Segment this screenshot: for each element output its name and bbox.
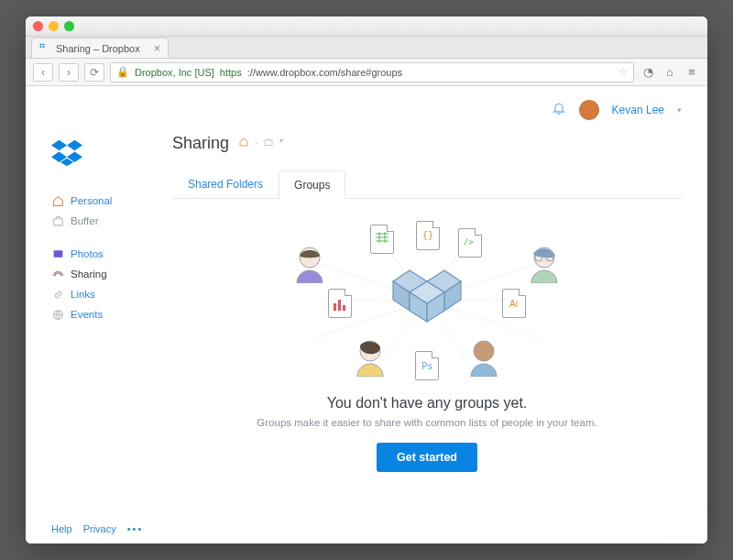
- sidebar-label: Buffer: [71, 215, 98, 226]
- close-window-button[interactable]: [33, 21, 43, 31]
- sidebar-item-links[interactable]: Links: [51, 284, 161, 304]
- url-org: Dropbox, Inc [US]: [135, 67, 214, 78]
- empty-subtext: Groups make it easier to share with comm…: [172, 417, 682, 428]
- browser-tabstrip: Sharing – Dropbox ×: [26, 37, 707, 59]
- sidebar-item-photos[interactable]: Photos: [51, 244, 161, 264]
- dropbox-box-icon: [391, 269, 463, 333]
- extension-icon-2[interactable]: ⌂: [662, 64, 678, 81]
- person-icon: [526, 245, 563, 283]
- rainbow-icon: [51, 268, 64, 280]
- sidebar-label: Events: [71, 309, 103, 320]
- svg-rect-38: [338, 300, 341, 311]
- svg-rect-5: [53, 218, 62, 225]
- bookmark-star-icon[interactable]: ☆: [618, 66, 628, 78]
- tab-shared-folders[interactable]: Shared Folders: [172, 170, 279, 198]
- file-markup-icon: />: [458, 228, 482, 258]
- svg-marker-0: [51, 140, 67, 150]
- forward-button[interactable]: ›: [59, 63, 79, 82]
- empty-state: {} /> Ai Ps You don't have any groups ye…: [172, 199, 682, 472]
- back-button[interactable]: ‹: [33, 63, 53, 82]
- file-chart-icon: [328, 289, 352, 318]
- svg-rect-8: [265, 140, 272, 146]
- sidebar-label: Sharing: [71, 269, 107, 280]
- person-icon: [465, 338, 502, 377]
- svg-rect-37: [334, 303, 336, 311]
- sidebar-group-main: Photos Sharing Links Events: [51, 244, 161, 324]
- file-ai-icon: Ai: [502, 289, 526, 318]
- sidebar: Personal Buffer Photos Sharing: [51, 134, 161, 544]
- home-icon: [51, 194, 64, 207]
- traffic-lights: [33, 21, 74, 31]
- extension-icon-1[interactable]: ◔: [640, 64, 656, 81]
- svg-rect-6: [53, 250, 62, 258]
- notifications-bell-icon[interactable]: [552, 101, 566, 119]
- browser-tab-title: Sharing – Dropbox: [56, 43, 140, 54]
- close-tab-icon[interactable]: ×: [154, 42, 160, 55]
- briefcase-small-icon[interactable]: [263, 137, 274, 150]
- photos-icon: [51, 247, 64, 260]
- file-code-icon: {}: [416, 221, 440, 250]
- get-started-button[interactable]: Get started: [377, 443, 477, 472]
- zoom-window-button[interactable]: [64, 21, 74, 31]
- svg-marker-1: [67, 140, 82, 150]
- chevron-down-icon[interactable]: ▾: [677, 105, 682, 115]
- address-bar[interactable]: 🔒 Dropbox, Inc [US] https://www.dropbox.…: [110, 62, 634, 82]
- reload-button[interactable]: ⟳: [84, 63, 104, 82]
- empty-heading: You don't have any groups yet.: [172, 395, 682, 412]
- page-content: Personal Buffer Photos Sharing: [26, 134, 707, 544]
- globe-icon: [51, 308, 64, 321]
- file-ps-icon: Ps: [415, 351, 439, 380]
- briefcase-icon: [51, 214, 64, 227]
- file-spreadsheet-icon: [370, 225, 394, 254]
- browser-menu-icon[interactable]: ≡: [684, 64, 700, 81]
- dropbox-logo[interactable]: [51, 139, 161, 170]
- svg-rect-39: [343, 305, 345, 311]
- page-body: Kevan Lee ▾ Personal Buffer: [26, 86, 707, 544]
- link-icon: [51, 288, 64, 301]
- url-scheme: https: [220, 67, 242, 78]
- sidebar-item-buffer[interactable]: Buffer: [51, 211, 161, 231]
- minimize-window-button[interactable]: [49, 21, 59, 31]
- browser-toolbar: ‹ › ⟳ 🔒 Dropbox, Inc [US] https://www.dr…: [26, 59, 707, 86]
- sidebar-label: Links: [71, 289, 95, 300]
- tab-groups[interactable]: Groups: [279, 170, 345, 199]
- dropbox-favicon: [39, 43, 50, 54]
- person-icon: [352, 338, 388, 377]
- user-name[interactable]: Kevan Lee: [612, 104, 664, 116]
- sidebar-item-personal[interactable]: Personal: [51, 191, 161, 211]
- sidebar-item-sharing[interactable]: Sharing: [51, 264, 161, 284]
- browser-tab[interactable]: Sharing – Dropbox ×: [31, 38, 169, 58]
- page-title-row: Sharing · ▾: [172, 134, 682, 153]
- svg-point-31: [474, 341, 494, 361]
- sidebar-label: Personal: [71, 195, 112, 206]
- url-rest: ://www.dropbox.com/share#groups: [247, 67, 402, 78]
- page-title: Sharing: [172, 134, 229, 153]
- title-context-icons: · ▾: [238, 137, 283, 150]
- main-column: Sharing · ▾ Shared Folders Groups: [161, 134, 682, 544]
- sidebar-group-accounts: Personal Buffer: [51, 191, 161, 231]
- person-icon: [291, 245, 328, 283]
- content-tabs: Shared Folders Groups: [172, 170, 682, 199]
- user-avatar[interactable]: [579, 100, 599, 120]
- mac-titlebar: [26, 16, 707, 37]
- browser-window: Sharing – Dropbox × ‹ › ⟳ 🔒 Dropbox, Inc…: [26, 16, 707, 544]
- home-small-icon[interactable]: [238, 137, 249, 150]
- app-header: Kevan Lee ▾: [26, 86, 707, 134]
- lock-icon: 🔒: [116, 66, 129, 78]
- groups-illustration: {} /> Ai Ps: [262, 223, 592, 379]
- sidebar-item-events[interactable]: Events: [51, 304, 161, 324]
- sidebar-label: Photos: [71, 248, 104, 259]
